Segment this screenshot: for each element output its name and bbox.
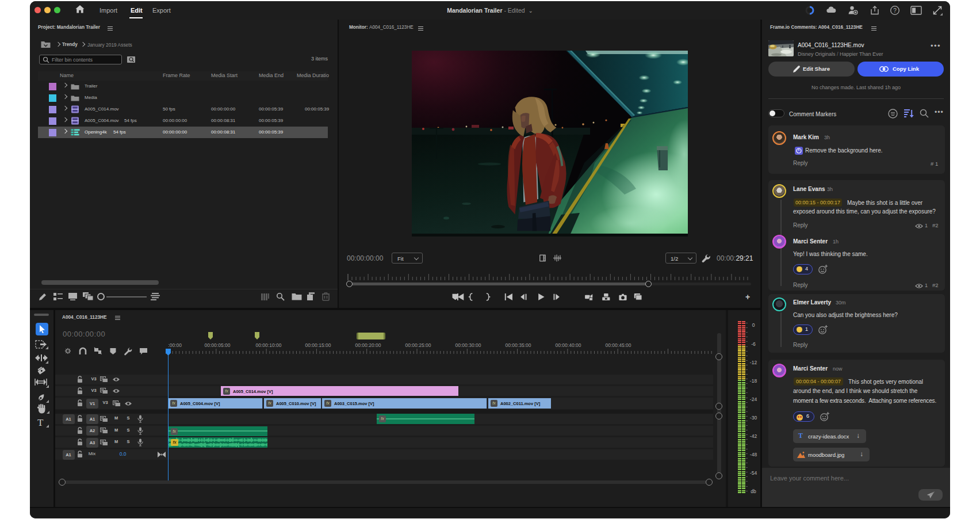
svg-text:T: T [37,418,44,428]
svg-text:?: ? [893,7,897,14]
